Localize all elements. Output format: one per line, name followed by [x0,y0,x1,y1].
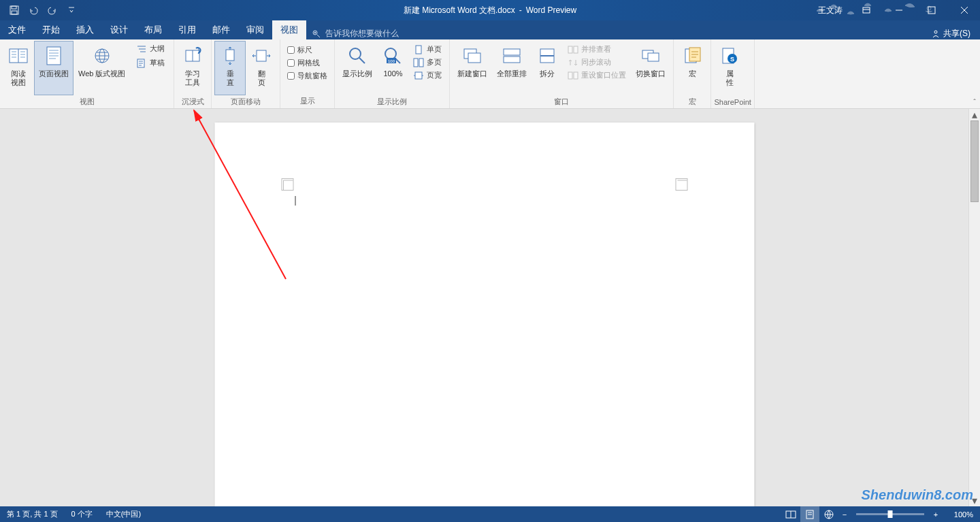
app-name: Word Preview [526,5,576,15]
multi-page-button[interactable]: 多页 [411,56,444,68]
zoom-knob[interactable] [888,510,893,518]
hundred-label: 100% [383,69,402,78]
svg-rect-30 [568,46,572,53]
properties-button[interactable]: S 属性 [714,41,745,95]
vertical-button[interactable]: 垂直 [214,41,246,95]
scroll-track[interactable] [969,120,980,495]
status-words[interactable]: 0 个字 [65,509,99,519]
svg-rect-33 [574,72,578,79]
side-by-side-label: 并排查看 [581,44,611,54]
arrange-label: 全部重排 [497,69,527,78]
outline-label: 大纲 [150,44,165,54]
zoom-in-button[interactable]: + [930,510,942,519]
ribbon: 阅读视图 页面视图 Web 版式视图 大纲 草稿 视图 学习工具 沉浸式 [0,39,980,109]
zoom-value[interactable]: 100% [942,510,980,519]
side-icon [250,45,272,67]
scroll-thumb[interactable] [970,120,979,202]
tab-mailings[interactable]: 邮件 [204,20,238,39]
side-to-side-button[interactable]: 翻页 [246,41,277,95]
group-macros: 宏 宏 [674,39,711,108]
tab-view[interactable]: 视图 [272,20,306,39]
group-zoom-label: 显示比例 [338,95,446,109]
read-mode-icon [7,45,29,67]
share-button[interactable]: 共享(S) [921,28,980,39]
switch-windows-button[interactable]: 切换窗口 [631,41,670,95]
status-bar: 第 1 页, 共 1 页 0 个字 中文(中国) − + 100% [0,506,980,522]
margin-corner-tl [281,178,293,191]
draft-button[interactable]: 草稿 [134,57,167,69]
zoom-button[interactable]: 显示比例 [338,41,377,95]
arrange-icon [501,45,523,67]
svg-point-7 [314,32,316,33]
new-window-button[interactable]: 新建窗口 [453,41,492,95]
print-layout-button[interactable]: 页面视图 [34,41,74,95]
tab-insert[interactable]: 插入 [68,20,102,39]
tab-file[interactable]: 文件 [0,20,34,39]
svg-rect-15 [226,50,234,61]
close-button[interactable] [949,0,980,20]
title-sep: - [519,5,522,15]
page[interactable] [214,123,754,506]
learning-tools-icon [182,45,203,67]
vertical-scrollbar[interactable]: ▴ ▾ [968,109,980,506]
tab-references[interactable]: 引用 [170,20,204,39]
tab-design[interactable]: 设计 [102,20,136,39]
tab-review[interactable]: 审阅 [238,20,272,39]
split-button[interactable]: 拆分 [532,41,563,95]
svg-rect-1 [12,6,16,9]
group-show: 标尺 网格线 导航窗格 显示 [280,39,335,108]
web-layout-button[interactable]: Web 版式视图 [74,41,130,95]
gridlines-label: 网格线 [297,58,320,68]
reset-pos-label: 重设窗口位置 [581,70,626,80]
tell-me-search[interactable]: 告诉我你想要做什么 [312,28,399,39]
status-language[interactable]: 中文(中国) [99,509,148,519]
svg-rect-31 [574,46,578,53]
svg-rect-26 [468,53,480,63]
tell-me-placeholder: 告诉我你想要做什么 [325,28,399,39]
ribbon-tabs: 文件 开始 插入 设计 布局 引用 邮件 审阅 视图 告诉我你想要做什么 共享(… [0,20,980,39]
new-window-label: 新建窗口 [457,69,487,78]
undo-button[interactable] [26,3,41,18]
learning-tools-button[interactable]: 学习工具 [177,41,208,95]
zoom-out-button[interactable]: − [838,510,851,519]
view-web-button[interactable] [819,506,838,522]
group-zoom: 显示比例 100 100% 单页 多页 页宽 显示比例 [335,39,450,108]
read-mode-button[interactable]: 阅读视图 [3,41,34,95]
ruler-label: 标尺 [297,45,312,55]
arrange-all-button[interactable]: 全部重排 [492,41,532,95]
macros-label: 宏 [689,69,696,78]
scroll-up-button[interactable]: ▴ [969,109,980,120]
qat-customize-button[interactable] [64,3,79,18]
zoom-label: 显示比例 [342,69,372,78]
one-page-button[interactable]: 单页 [411,44,444,55]
properties-label: 属性 [726,69,734,87]
ruler-checkbox[interactable]: 标尺 [287,45,327,55]
macros-button[interactable]: 宏 [676,41,708,95]
svg-text:S: S [730,56,734,63]
zoom-slider[interactable] [856,513,924,515]
decorative-birds [810,1,946,20]
svg-text:100: 100 [388,59,395,63]
share-label: 共享(S) [943,28,970,39]
margin-corner-tr [675,178,687,191]
view-read-button[interactable] [781,506,800,522]
document-area[interactable] [0,109,968,506]
split-icon [536,45,558,67]
svg-rect-32 [568,72,572,79]
redo-button[interactable] [45,3,60,18]
tab-layout[interactable]: 布局 [136,20,170,39]
group-views-label: 视图 [3,95,171,109]
outline-button[interactable]: 大纲 [134,43,167,54]
navpane-checkbox[interactable]: 导航窗格 [287,71,327,81]
new-window-icon [461,45,483,67]
view-print-button[interactable] [800,506,819,522]
reset-pos-button: 重设窗口位置 [566,69,628,81]
status-page[interactable]: 第 1 页, 共 1 页 [0,509,65,519]
page-width-button[interactable]: 页宽 [411,69,444,81]
tab-home[interactable]: 开始 [34,20,68,39]
save-button[interactable] [7,3,22,18]
gridlines-checkbox[interactable]: 网格线 [287,58,327,68]
hundred-button[interactable]: 100 100% [377,41,408,95]
collapse-ribbon-button[interactable]: ˆ [973,98,976,106]
page-width-label: 页宽 [427,70,442,80]
